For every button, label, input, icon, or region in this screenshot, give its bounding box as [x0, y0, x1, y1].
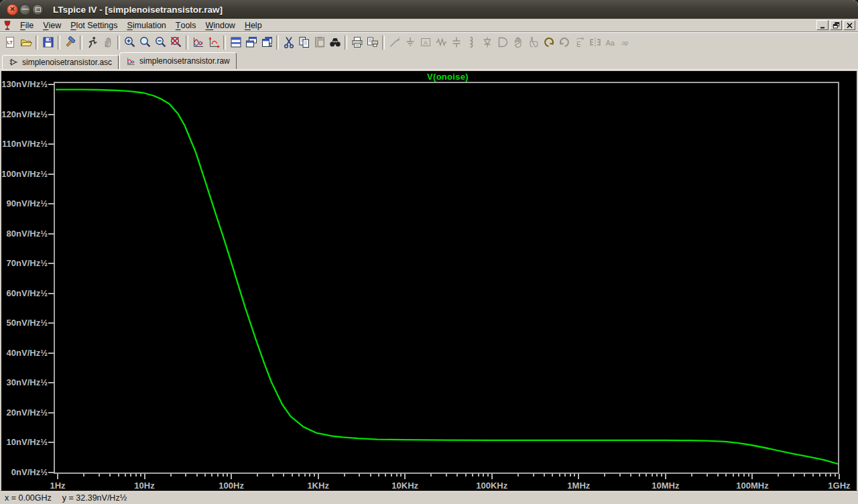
x-axis-minor-tick — [391, 474, 392, 477]
copy-button[interactable] — [296, 35, 312, 50]
mdi-minimize-button[interactable] — [816, 20, 829, 30]
y-axis-tick — [48, 174, 55, 175]
y-axis-tick — [48, 353, 55, 354]
menu-view[interactable]: View — [38, 19, 66, 32]
tile-vertically-icon — [260, 36, 273, 49]
x-axis-minor-tick — [309, 474, 310, 477]
y-axis-label: 0nV/Hz½ — [1, 467, 48, 478]
cascade-windows-icon — [245, 36, 258, 49]
x-axis-minor-tick — [185, 474, 186, 477]
mdi-close-button[interactable] — [843, 20, 855, 30]
x-axis-minor-tick — [385, 474, 386, 477]
new-schematic-button[interactable]: LT — [3, 35, 18, 50]
svg-text:.op: .op — [620, 40, 628, 46]
y-axis-tick — [48, 263, 55, 264]
undo-button[interactable] — [541, 35, 556, 50]
x-axis-minor-tick — [812, 474, 814, 477]
menu-help[interactable]: Help — [240, 19, 267, 32]
x-axis-minor-tick — [717, 474, 719, 477]
x-axis-label: 10MHz — [635, 481, 696, 491]
svg-text:LT: LT — [7, 40, 13, 46]
mdi-restore-button[interactable] — [830, 20, 842, 30]
spice-directive-button: .op — [618, 35, 633, 50]
menu-items: FileViewPlot SettingsSimulationToolsWind… — [15, 19, 267, 32]
window-close-button[interactable]: ✕ — [7, 4, 18, 15]
zoom-full-extents-icon — [170, 36, 183, 49]
x-axis-label: 10KHz — [375, 481, 435, 491]
zoom-back-icon — [139, 36, 152, 49]
diode-button — [479, 35, 495, 50]
x-axis-minor-tick — [819, 474, 820, 477]
x-axis-minor-tick — [400, 474, 402, 477]
inductor-icon — [465, 36, 479, 49]
x-axis-minor-tick — [656, 474, 658, 477]
tab-simplenoisetransistor.asc[interactable]: simplenoisetransistor.asc — [2, 55, 119, 69]
open-button[interactable] — [18, 35, 34, 50]
x-axis-minor-tick — [830, 474, 831, 477]
save-button[interactable] — [40, 35, 56, 50]
menu-tools[interactable]: Tools — [171, 19, 201, 32]
toolbar-separator — [80, 36, 82, 50]
run-button[interactable] — [84, 35, 100, 50]
menu-window[interactable]: Window — [200, 19, 239, 32]
tile-horizontally-icon — [229, 36, 243, 49]
control-panel-button[interactable] — [62, 35, 78, 50]
waveform-viewer[interactable]: V(onoise) 0nV/Hz½10nV/Hz½20nV/Hz½30nV/Hz… — [1, 71, 857, 491]
window-maximize-button[interactable] — [32, 4, 44, 15]
x-axis-tick — [231, 474, 232, 479]
y-axis-label: 100nV/Hz½ — [1, 169, 48, 180]
window-minimize-button[interactable]: — — [19, 4, 31, 15]
cascade-windows-button[interactable] — [243, 35, 259, 50]
y-axis-tick — [48, 84, 55, 85]
spice-directive-icon: .op — [619, 36, 633, 49]
autorange-icon — [207, 36, 221, 49]
plot-pane[interactable] — [54, 82, 839, 474]
x-axis-minor-tick — [661, 474, 662, 477]
zoom-full-extents-button[interactable] — [168, 35, 184, 50]
x-axis-minor-tick — [257, 474, 258, 477]
save-icon — [42, 36, 55, 49]
cut-button[interactable] — [281, 35, 296, 50]
x-axis-tick — [578, 474, 579, 479]
x-axis-minor-tick — [793, 474, 794, 477]
x-axis-label: 100Hz — [201, 481, 261, 491]
print-button[interactable] — [349, 35, 365, 50]
tab-simplenoisetransistor.raw[interactable]: simplenoisetransistor.raw — [119, 52, 237, 69]
menu-simulation[interactable]: Simulation — [122, 19, 170, 32]
x-axis-minor-tick — [570, 474, 571, 477]
menu-plot-settings[interactable]: Plot Settings — [66, 19, 122, 32]
tile-vertically-button[interactable] — [259, 35, 274, 50]
label-net-button: A — [418, 35, 433, 50]
svg-text:A: A — [423, 40, 427, 46]
text-button: Aa — [603, 35, 618, 50]
vonoise-trace[interactable] — [56, 90, 838, 464]
zoom-out-button[interactable] — [153, 35, 168, 50]
redo-icon — [558, 36, 571, 49]
tile-horizontally-button[interactable] — [228, 35, 243, 50]
zoom-back-button[interactable] — [137, 35, 153, 50]
titlebar[interactable]: ✕ — LTspice IV - [simplenoisetransistor.… — [0, 0, 858, 19]
x-axis-minor-tick — [217, 474, 219, 477]
move-icon — [511, 36, 525, 49]
menu-file[interactable]: File — [15, 19, 38, 32]
zoom-in-button[interactable] — [122, 35, 137, 50]
y-axis-tick — [48, 472, 55, 473]
halt-icon — [101, 36, 115, 49]
trace-label[interactable]: V(onoise) — [55, 72, 841, 82]
toolbar-separator — [345, 36, 347, 50]
view-waveform-button[interactable] — [190, 35, 206, 50]
x-axis-minor-tick — [559, 474, 560, 477]
paste-button — [312, 35, 327, 50]
x-axis-minor-tick — [83, 474, 84, 477]
print-preview-button[interactable] — [365, 35, 380, 50]
x-axis-minor-tick — [574, 474, 575, 477]
autorange-button[interactable] — [206, 35, 221, 50]
x-axis-minor-tick — [619, 474, 621, 477]
find-button[interactable] — [327, 35, 343, 50]
x-axis-minor-tick — [170, 474, 172, 477]
x-axis-minor-tick — [533, 474, 534, 477]
x-axis-minor-tick — [196, 474, 198, 477]
y-axis-label: 110nV/Hz½ — [1, 139, 48, 149]
x-axis-tick — [57, 474, 58, 479]
plot-canvas[interactable] — [55, 83, 838, 472]
